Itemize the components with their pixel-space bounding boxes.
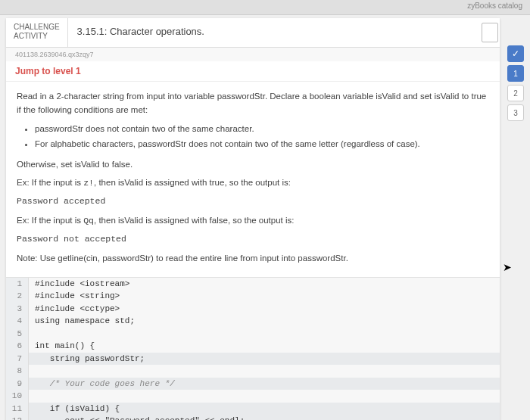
instr-ex1: Ex: If the input is z!, then isValid is … (17, 176, 489, 190)
progress-badge (477, 18, 500, 47)
gutter: 12 (6, 415, 29, 420)
code-line-11[interactable]: if (isValid) { (29, 403, 500, 415)
code-line-2[interactable]: #include <string> (29, 290, 500, 303)
instr-ex2: Ex: If the input is Qq, then isValid is … (17, 213, 489, 228)
code-line-4[interactable]: using namespace std; (29, 315, 500, 328)
code-editor[interactable]: 1#include <iostream> 2#include <string> … (6, 277, 500, 420)
gutter: 4 (6, 315, 29, 328)
cursor-icon: ➤ (503, 261, 512, 273)
nav-level-3[interactable]: 3 (507, 104, 524, 121)
hash-id: 401138.2639046.qx3zqy7 (6, 48, 500, 61)
instr-p1: Read in a 2-character string from input … (17, 89, 489, 117)
output-1: Password accepted (17, 194, 489, 208)
top-bar: zyBooks catalog (0, 0, 530, 15)
gutter: 7 (6, 353, 29, 366)
activity-tab: CHALLENGE ACTIVITY (6, 18, 68, 47)
nav-level-1[interactable]: 1 (507, 65, 524, 82)
gutter: 6 (6, 340, 29, 353)
code-line-12[interactable]: cout << "Password accepted" << endl; (29, 415, 500, 420)
tab-line2: ACTIVITY (14, 32, 60, 41)
code-line-8[interactable] (29, 365, 500, 378)
level-nav: ✓ 1 2 3 (507, 45, 525, 124)
instr-p2: Otherwise, set isValid to false. (17, 157, 489, 171)
code-line-10[interactable] (29, 390, 500, 403)
code-line-7[interactable]: string passwordStr; (29, 353, 500, 366)
challenge-title: 3.15.1: Character operations. (68, 18, 477, 47)
gutter: 9 (6, 378, 29, 390)
code-line-9[interactable]: /* Your code goes here */ (29, 378, 500, 390)
code-line-5[interactable] (29, 328, 500, 341)
bullet-1: passwordStr does not contain two of the … (35, 122, 489, 135)
instr-note: Note: Use getline(cin, passwordStr) to r… (17, 251, 489, 265)
jump-link[interactable]: Jump to level 1 (6, 61, 500, 82)
output-2: Password not accepted (17, 232, 489, 246)
gutter: 5 (6, 328, 29, 341)
gutter: 10 (6, 390, 29, 403)
tab-line1: CHALLENGE (14, 23, 60, 32)
bullet-2: For alphabetic characters, passwordStr d… (35, 137, 489, 151)
nav-level-2[interactable]: 2 (507, 85, 524, 101)
nav-check-icon[interactable]: ✓ (507, 45, 524, 62)
catalog-link[interactable]: zyBooks catalog (467, 2, 522, 10)
header-row: CHALLENGE ACTIVITY 3.15.1: Character ope… (6, 18, 500, 48)
instructions: Read in a 2-character string from input … (6, 82, 500, 277)
code-line-1[interactable]: #include <iostream> (29, 278, 500, 291)
challenge-panel: CHALLENGE ACTIVITY 3.15.1: Character ope… (6, 18, 500, 420)
gutter: 2 (6, 290, 29, 303)
gutter: 11 (6, 403, 29, 415)
gutter: 1 (6, 278, 29, 291)
code-line-6[interactable]: int main() { (29, 340, 500, 353)
gutter: 8 (6, 365, 29, 378)
gutter: 3 (6, 303, 29, 316)
code-line-3[interactable]: #include <cctype> (29, 303, 500, 316)
